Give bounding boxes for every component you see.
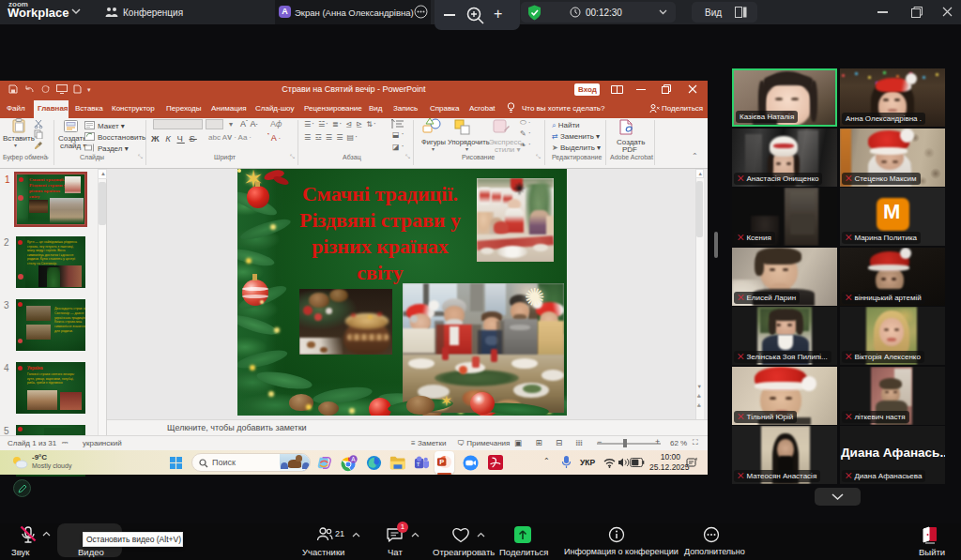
svg-text:T: T: [417, 461, 420, 467]
svg-text:A: A: [351, 456, 356, 462]
svg-text:P: P: [439, 458, 444, 466]
